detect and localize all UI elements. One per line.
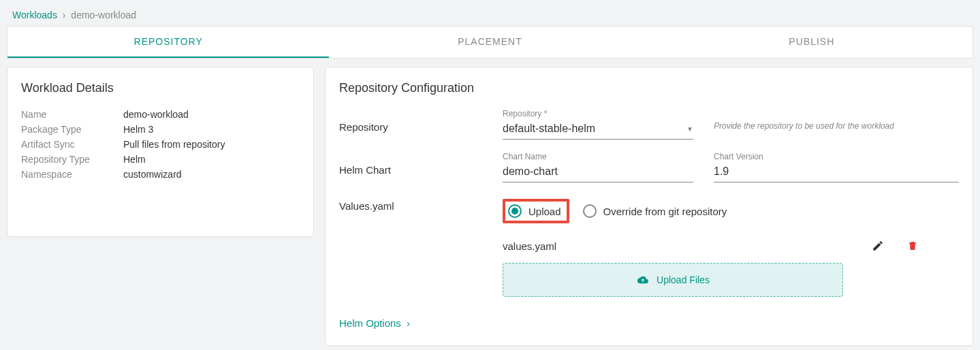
- chevron-right-icon: ›: [407, 317, 410, 329]
- upload-files-label: Upload Files: [657, 274, 710, 285]
- radio-unselected-icon: [583, 204, 597, 218]
- upload-option-highlight: Upload: [503, 199, 569, 223]
- helm-options-toggle[interactable]: Helm Options ›: [339, 317, 959, 329]
- edit-icon[interactable]: [872, 240, 884, 252]
- chart-version-input[interactable]: [714, 163, 959, 182]
- repository-hint: Provide the repository to be used for th…: [714, 109, 945, 131]
- detail-value-namespace: customwizard: [123, 169, 182, 180]
- detail-label-name: Name: [21, 109, 123, 120]
- tab-repository[interactable]: REPOSITORY: [7, 27, 329, 58]
- detail-value-repository-type: Helm: [123, 154, 146, 165]
- helm-chart-row-label: Helm Chart: [339, 152, 503, 176]
- workload-details-card: Workload Details Namedemo-workload Packa…: [7, 67, 314, 237]
- detail-value-artifact-sync: Pull files from repository: [123, 139, 225, 150]
- chevron-right-icon: ›: [63, 10, 66, 20]
- repository-config-title: Repository Configuration: [339, 81, 959, 95]
- uploaded-file-name: values.yaml: [503, 240, 556, 252]
- repository-config-card: Repository Configuration Repository Repo…: [325, 67, 973, 346]
- detail-value-package-type: Helm 3: [123, 124, 153, 135]
- detail-label-namespace: Namespace: [21, 169, 123, 180]
- upload-files-button[interactable]: Upload Files: [503, 263, 843, 297]
- chart-name-label: Chart Name: [503, 152, 693, 161]
- values-yaml-label: Values.yaml: [339, 195, 503, 212]
- detail-label-package-type: Package Type: [21, 124, 123, 135]
- tab-bar: REPOSITORY PLACEMENT PUBLISH: [7, 26, 973, 59]
- detail-label-artifact-sync: Artifact Sync: [21, 139, 123, 150]
- repository-row-label: Repository: [339, 109, 503, 133]
- radio-upload-label: Upload: [528, 206, 561, 217]
- detail-value-name: demo-workload: [123, 109, 189, 120]
- tab-publish[interactable]: PUBLISH: [651, 27, 973, 58]
- repository-select[interactable]: [503, 120, 693, 140]
- breadcrumb: Workloads › demo-workload: [0, 0, 980, 26]
- helm-options-label: Helm Options: [339, 317, 401, 329]
- workload-details-title: Workload Details: [21, 81, 300, 95]
- cloud-upload-icon: [636, 274, 650, 285]
- chart-version-label: Chart Version: [714, 152, 959, 161]
- tab-placement[interactable]: PLACEMENT: [329, 27, 650, 58]
- radio-override-label: Override from git repository: [603, 206, 727, 217]
- radio-selected-icon: [508, 204, 522, 218]
- detail-label-repository-type: Repository Type: [21, 154, 123, 165]
- delete-icon[interactable]: [907, 240, 918, 252]
- breadcrumb-current: demo-workload: [71, 10, 136, 20]
- repository-field-label: Repository *: [503, 109, 693, 118]
- radio-override-git[interactable]: Override from git repository: [583, 204, 727, 218]
- radio-upload[interactable]: Upload: [508, 204, 561, 218]
- chart-name-input[interactable]: [503, 163, 693, 182]
- breadcrumb-link-workloads[interactable]: Workloads: [12, 10, 57, 20]
